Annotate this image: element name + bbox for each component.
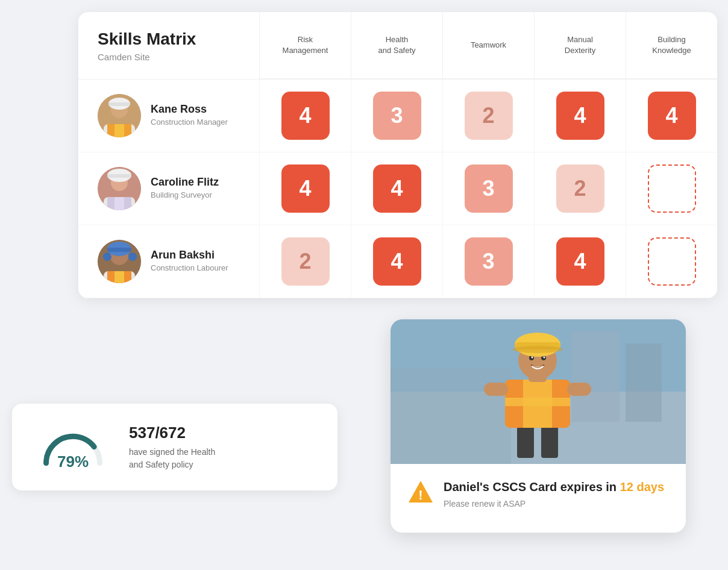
skill-badge: 4 <box>648 92 696 140</box>
svg-rect-33 <box>484 383 508 396</box>
person-cell-caroline: Caroline Flitz Building Surveyor <box>78 152 259 225</box>
svg-rect-13 <box>115 197 124 210</box>
svg-rect-32 <box>505 398 570 406</box>
svg-rect-25 <box>571 331 620 422</box>
skill-cell[interactable]: 4 <box>534 225 626 298</box>
table-row: Arun Bakshi Construction Labourer 2 4 3 <box>78 225 717 298</box>
svg-text:!: ! <box>418 487 422 503</box>
matrix-title: Skills Matrix <box>98 29 240 49</box>
skill-cell[interactable]: 3 <box>442 152 534 225</box>
svg-rect-11 <box>107 174 131 178</box>
skill-badge: 4 <box>281 164 330 213</box>
skills-cells-kane: 4 3 2 4 4 <box>259 80 717 152</box>
skill-badge: 3 <box>465 164 513 213</box>
cscs-photo <box>391 319 686 464</box>
col-header-building: BuildingKnowledge <box>626 12 717 79</box>
avatar <box>98 167 141 210</box>
col-header-health: Healthand Safety <box>351 12 442 79</box>
matrix-header: Skills Matrix Camden Site RiskManagement… <box>78 12 717 79</box>
skill-cell[interactable]: 3 <box>351 80 442 152</box>
skill-badge: 4 <box>373 237 421 286</box>
skill-badge-empty <box>648 237 696 286</box>
skill-cell[interactable]: 2 <box>259 225 351 298</box>
svg-point-19 <box>103 252 111 261</box>
svg-point-40 <box>544 357 545 359</box>
skill-badge: 3 <box>465 237 513 286</box>
col-header-risk: RiskManagement <box>259 12 351 79</box>
skill-cell[interactable] <box>626 152 717 225</box>
skill-badge: 4 <box>556 237 604 286</box>
svg-rect-4 <box>108 102 130 106</box>
gauge-percentage: 79% <box>57 453 89 471</box>
policy-text: 537/672 have signed the Healthand Safety… <box>129 424 215 471</box>
skill-badge: 2 <box>556 164 604 213</box>
matrix-columns: RiskManagement Healthand Safety Teamwork… <box>259 12 717 79</box>
matrix-body: Kane Ross Construction Manager 4 3 2 <box>78 79 717 298</box>
svg-rect-6 <box>115 124 124 137</box>
skill-cell[interactable]: 2 <box>442 80 534 152</box>
matrix-title-cell: Skills Matrix Camden Site <box>78 12 259 79</box>
skill-cell[interactable]: 4 <box>626 80 717 152</box>
person-name: Arun Bakshi <box>151 249 228 262</box>
warning-icon: ! <box>407 478 434 505</box>
cscs-days: 12 days <box>620 480 664 493</box>
svg-rect-26 <box>626 343 662 422</box>
svg-point-39 <box>532 357 533 359</box>
col-header-teamwork: Teamwork <box>442 12 534 79</box>
cscs-title-prefix: Daniel's CSCS Card expires in <box>444 480 620 493</box>
skill-badge: 4 <box>373 164 421 213</box>
matrix-subtitle: Camden Site <box>98 52 240 62</box>
avatar <box>98 94 141 137</box>
skill-badge: 4 <box>281 92 330 140</box>
health-policy-card: 79% 537/672 have signed the Healthand Sa… <box>12 404 337 490</box>
skill-badge: 4 <box>556 92 604 140</box>
cscs-title: Daniel's CSCS Card expires in 12 days <box>444 478 664 495</box>
person-cell-kane: Kane Ross Construction Manager <box>78 80 259 152</box>
avatar <box>98 240 141 283</box>
skill-cell[interactable]: 2 <box>534 152 626 225</box>
skills-cells-arun: 2 4 3 4 <box>259 225 717 298</box>
skill-cell[interactable]: 4 <box>259 80 351 152</box>
policy-count: 537/672 <box>129 424 215 442</box>
skills-cells-caroline: 4 4 3 2 <box>259 152 717 225</box>
person-name: Kane Ross <box>151 103 228 116</box>
skill-badge: 2 <box>281 237 330 286</box>
svg-rect-22 <box>115 271 124 283</box>
person-name: Caroline Flitz <box>151 176 219 189</box>
svg-point-43 <box>512 346 563 353</box>
gauge-container: 79% <box>34 423 112 471</box>
person-role: Construction Manager <box>151 117 228 128</box>
skill-cell[interactable]: 3 <box>442 225 534 298</box>
skill-badge: 3 <box>373 92 421 140</box>
skill-badge-empty <box>648 164 696 213</box>
person-cell-arun: Arun Bakshi Construction Labourer <box>78 225 259 298</box>
skill-cell[interactable]: 4 <box>351 152 442 225</box>
person-info-caroline: Caroline Flitz Building Surveyor <box>151 176 219 201</box>
skill-badge: 2 <box>465 92 513 140</box>
table-row: Caroline Flitz Building Surveyor 4 4 3 <box>78 152 717 225</box>
skill-cell[interactable]: 4 <box>259 152 351 225</box>
col-header-dexterity: ManualDexterity <box>534 12 626 79</box>
svg-rect-27 <box>391 368 511 464</box>
person-role: Construction Labourer <box>151 263 228 274</box>
skill-cell[interactable] <box>626 225 717 298</box>
cscs-card: ! Daniel's CSCS Card expires in 12 days … <box>391 319 686 533</box>
worker-illustration <box>391 319 686 464</box>
cscs-alert-row: ! Daniel's CSCS Card expires in 12 days … <box>407 478 669 509</box>
cscs-subtitle: Please renew it ASAP <box>444 499 664 509</box>
svg-point-20 <box>128 252 137 261</box>
svg-rect-34 <box>567 383 591 396</box>
person-info-arun: Arun Bakshi Construction Labourer <box>151 249 228 274</box>
cscs-text: Daniel's CSCS Card expires in 12 days Pl… <box>444 478 664 509</box>
policy-description: have signed the Healthand Safety policy <box>129 446 215 471</box>
person-role: Building Surveyor <box>151 190 219 201</box>
skill-cell[interactable]: 4 <box>534 80 626 152</box>
cscs-content: ! Daniel's CSCS Card expires in 12 days … <box>391 464 686 533</box>
skills-matrix-card: Skills Matrix Camden Site RiskManagement… <box>78 12 717 298</box>
table-row: Kane Ross Construction Manager 4 3 2 <box>78 80 717 152</box>
svg-rect-18 <box>107 248 131 252</box>
person-info-kane: Kane Ross Construction Manager <box>151 103 228 128</box>
skill-cell[interactable]: 4 <box>351 225 442 298</box>
